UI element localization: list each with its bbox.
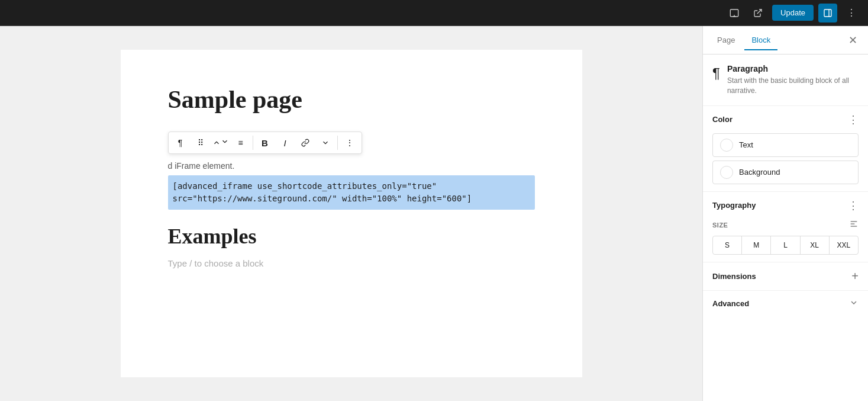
more-options-icon[interactable]: ⋮ xyxy=(842,4,861,23)
text-color-option[interactable]: Text xyxy=(712,133,859,157)
size-s-button[interactable]: S xyxy=(713,236,742,254)
size-xxl-button[interactable]: XXL xyxy=(830,236,858,254)
selected-block[interactable]: [advanced_iframe use_shortcode_attribute… xyxy=(168,175,535,210)
editor-content: Sample page ¶ ⠿ ≡ B I xyxy=(121,50,582,377)
color-section: Color ⋮ Text Background xyxy=(703,106,868,192)
typography-section-menu-icon[interactable]: ⋮ xyxy=(848,199,859,212)
examples-heading: Examples xyxy=(168,224,535,249)
text-color-circle xyxy=(720,139,733,152)
more-block-options-button[interactable]: ⋮ xyxy=(340,133,359,152)
top-bar: Update ⋮ xyxy=(0,0,868,26)
text-color-label: Text xyxy=(739,140,753,149)
block-description: Start with the basic building block of a… xyxy=(727,76,859,96)
color-section-title: Color xyxy=(712,115,733,124)
background-color-label: Background xyxy=(739,168,780,177)
color-section-menu-icon[interactable]: ⋮ xyxy=(848,113,859,126)
size-header: SIZE xyxy=(712,219,859,231)
sidebar-tab-group: Page Block xyxy=(710,31,777,50)
editor-area: Sample page ¶ ⠿ ≡ B I xyxy=(0,26,702,401)
paragraph-type-button[interactable]: ¶ xyxy=(171,133,190,152)
block-title: Paragraph xyxy=(727,64,859,73)
paragraph-block-icon: ¶ xyxy=(712,65,720,82)
selected-text-line1: [advanced_iframe use_shortcode_attribute… xyxy=(173,181,437,191)
block-info: ¶ Paragraph Start with the basic buildin… xyxy=(703,54,868,106)
advanced-chevron-icon xyxy=(849,298,859,310)
background-color-circle xyxy=(720,166,733,179)
external-link-icon[interactable] xyxy=(748,4,767,23)
right-sidebar: Page Block ✕ ¶ Paragraph Start with the … xyxy=(702,26,868,401)
typography-section-title: Typography xyxy=(712,201,756,210)
dimensions-section: Dimensions + xyxy=(703,262,868,291)
block-info-text: Paragraph Start with the basic building … xyxy=(727,64,859,96)
dimensions-title: Dimensions xyxy=(712,272,756,281)
size-buttons-group: S M L XL XXL xyxy=(712,236,859,255)
bold-button[interactable]: B xyxy=(256,133,275,152)
advanced-title: Advanced xyxy=(712,299,749,308)
tab-page[interactable]: Page xyxy=(710,31,742,50)
advanced-section[interactable]: Advanced xyxy=(703,291,868,317)
close-sidebar-button[interactable]: ✕ xyxy=(844,32,861,49)
size-xl-button[interactable]: XL xyxy=(801,236,830,254)
link-button[interactable] xyxy=(296,133,315,152)
block-placeholder[interactable]: Type / to choose a block xyxy=(168,258,535,268)
background-color-option[interactable]: Background xyxy=(712,161,859,184)
sidebar-toggle-button[interactable] xyxy=(818,4,837,23)
typography-section: Typography ⋮ SIZE S M L XL XXL xyxy=(703,192,868,262)
preview-icon[interactable] xyxy=(725,4,744,23)
size-controls-icon[interactable] xyxy=(849,219,859,231)
update-button[interactable]: Update xyxy=(772,5,814,21)
sidebar-tabs: Page Block ✕ xyxy=(703,26,868,54)
add-dimensions-icon[interactable]: + xyxy=(851,270,859,283)
move-button[interactable] xyxy=(211,133,230,152)
page-title: Sample page xyxy=(168,85,535,114)
toolbar-divider xyxy=(253,136,253,150)
size-l-button[interactable]: L xyxy=(771,236,800,254)
align-button[interactable]: ≡ xyxy=(231,133,250,152)
tab-block[interactable]: Block xyxy=(744,31,777,50)
svg-line-3 xyxy=(757,9,761,14)
svg-rect-4 xyxy=(824,9,831,17)
size-label: SIZE xyxy=(712,222,728,229)
color-section-header: Color ⋮ xyxy=(712,113,859,126)
italic-button[interactable]: I xyxy=(276,133,295,152)
text-options-button[interactable] xyxy=(316,133,335,152)
selected-text-line2: src="https://www.siteground.com/" width=… xyxy=(173,194,472,203)
toolbar-divider-2 xyxy=(337,136,338,150)
block-toolbar: ¶ ⠿ ≡ B I xyxy=(168,131,362,154)
drag-handle-button[interactable]: ⠿ xyxy=(191,133,210,152)
typography-section-header: Typography ⋮ xyxy=(712,199,859,212)
size-m-button[interactable]: M xyxy=(742,236,771,254)
iframe-intro-text: d iFrame element. xyxy=(168,161,535,171)
main-layout: Sample page ¶ ⠿ ≡ B I xyxy=(0,26,868,401)
